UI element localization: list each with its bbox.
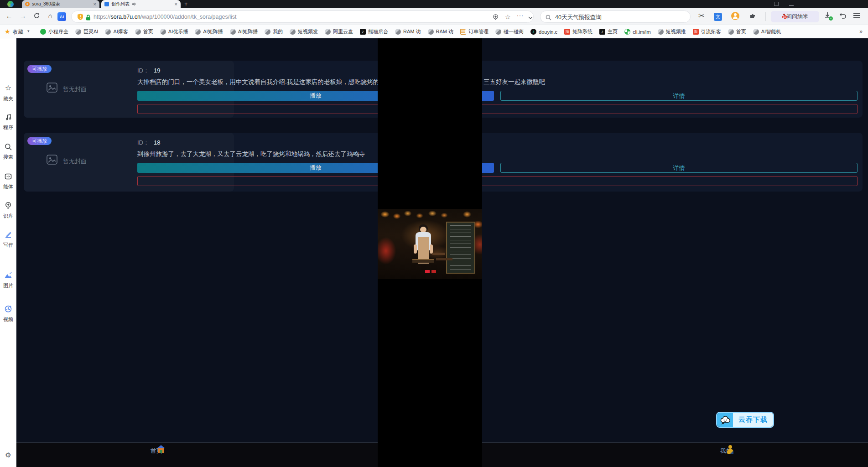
undo-icon[interactable]: [838, 12, 847, 21]
detail-button[interactable]: 详情: [500, 163, 858, 173]
item-description: 到徐州旅游了，去了大龙湖，又去了云龙湖，吃了烧烤和地锅鸡，然后还去了鸡鸣寺: [137, 150, 365, 158]
globe-favicon: [160, 29, 166, 35]
bookmark-item[interactable]: 首页: [135, 28, 153, 35]
video-player-overlay[interactable]: [378, 38, 482, 467]
tab-title: sora_360搜索: [32, 1, 60, 7]
sidebar-item-favorites[interactable]: ☆ 藏夹: [0, 84, 16, 102]
globe-favicon: [105, 29, 111, 35]
translate-icon[interactable]: 文: [713, 12, 722, 21]
bookmark-item[interactable]: ♪熊猫后台: [360, 28, 388, 35]
bookmark-item[interactable]: ♪主页: [599, 28, 618, 35]
screenshot-scissors-icon[interactable]: ✂: [697, 11, 706, 20]
cloud-download-button[interactable]: 云吞下载: [716, 412, 774, 428]
browser-toolbar: ← → ⌂ AI https://sora.b7u.cn/wap/100000/…: [0, 8, 868, 25]
bookmark-item[interactable]: 首页: [728, 28, 746, 35]
item-id: ID：19: [137, 67, 160, 75]
close-icon[interactable]: ×: [94, 1, 96, 7]
sidebar-item-ai-image[interactable]: 图片: [0, 272, 16, 289]
sidebar-item-ai-writing[interactable]: 写作: [0, 231, 16, 249]
globe-favicon: [395, 29, 401, 35]
bookmark-item[interactable]: ♪douyin.c: [530, 29, 557, 35]
ai-assistant-icon[interactable]: AI: [57, 12, 66, 21]
favorites-star-icon[interactable]: ★: [5, 28, 10, 35]
user-avatar-icon[interactable]: [731, 12, 740, 21]
globe-favicon: [195, 29, 201, 35]
nav-tab-mine[interactable]: 我的: [710, 445, 743, 455]
taobao-favicon: 淘: [693, 29, 699, 35]
globe-favicon: [428, 29, 434, 35]
globe-favicon: [290, 29, 296, 35]
bookmark-item[interactable]: 短视频推: [658, 28, 686, 35]
bookmark-item[interactable]: AI智能机: [753, 28, 781, 35]
no-image-icon: [47, 83, 57, 94]
home-icon[interactable]: ⌂: [46, 12, 55, 20]
bookmark-item[interactable]: AI矩阵播: [230, 28, 258, 35]
nami-assistant-chip[interactable]: 问问纳米: [771, 11, 819, 22]
extensions-puzzle-icon[interactable]: [748, 12, 757, 21]
bookmark-item[interactable]: 订单管理: [460, 28, 489, 35]
creation-tab-favicon: [104, 2, 109, 6]
no-cover-label: 暂无封面: [63, 85, 87, 93]
bookmark-item[interactable]: 巨灵AI: [75, 28, 98, 35]
sidebar-item-knowledge[interactable]: 识库: [0, 202, 16, 219]
search-icon: [0, 143, 16, 150]
bookmark-item[interactable]: 阿里云盘: [325, 28, 353, 35]
chevron-down-icon[interactable]: [528, 14, 533, 22]
douyin-favicon: ♪: [360, 29, 366, 35]
playable-badge: 可播放: [27, 65, 52, 73]
reader-lamp-icon[interactable]: [492, 14, 499, 22]
sidebar-item-search[interactable]: 搜索: [0, 143, 16, 161]
sidebar-item-miniprogram[interactable]: 程序: [0, 114, 16, 131]
bookmark-item[interactable]: AI矩阵播: [195, 28, 223, 35]
mountain-image-icon: [0, 272, 16, 279]
favorites-caret-icon[interactable]: ▾: [27, 29, 30, 33]
download-manager-icon[interactable]: v: [823, 12, 832, 21]
shield-icon[interactable]: [77, 13, 83, 22]
browser-logo-icon[interactable]: [7, 1, 14, 7]
close-icon[interactable]: ×: [175, 1, 177, 7]
shop-owner-figure: [413, 224, 433, 279]
video-frame[interactable]: [378, 209, 482, 279]
delete-button[interactable]: [137, 104, 858, 114]
globe-favicon: [265, 29, 270, 35]
settings-gear-icon[interactable]: ⚙: [0, 451, 16, 459]
bookmark-item[interactable]: AI优乐播: [160, 28, 188, 35]
tab-creation-list[interactable]: 创作列表 ×: [101, 0, 181, 8]
address-bar[interactable]: https://sora.b7u.cn/wap/100000/addon/tk_…: [71, 10, 534, 23]
refresh-icon[interactable]: [32, 12, 41, 21]
window-restore-icon[interactable]: [774, 2, 779, 6]
bookmark-star-icon[interactable]: ☆: [505, 13, 511, 21]
url-text[interactable]: https://sora.b7u.cn/wap/100000/addon/tk_…: [94, 14, 236, 20]
toolbar-divider: [765, 12, 766, 21]
order-doc-favicon: [460, 29, 466, 35]
star-icon: ☆: [0, 84, 16, 92]
bookmark-item[interactable]: 我的: [265, 28, 283, 35]
bookmark-item[interactable]: cli.im/im: [624, 29, 651, 35]
sidebar-item-agent[interactable]: 能体: [0, 173, 16, 190]
more-actions-icon[interactable]: ···: [517, 12, 524, 19]
delete-button[interactable]: [137, 176, 858, 186]
bookmark-item[interactable]: 碰一碰商: [495, 28, 524, 35]
favorites-label[interactable]: 收藏: [13, 29, 23, 36]
browser-side-panel: ☆ 藏夹 程序 搜索 能体 识库: [0, 38, 16, 467]
quick-search-box[interactable]: 40天天气预报查询: [540, 10, 691, 23]
menu-icon[interactable]: [852, 12, 861, 20]
forward-icon[interactable]: →: [18, 12, 27, 20]
window-minimize-icon[interactable]: [789, 2, 794, 6]
back-icon[interactable]: ←: [5, 12, 14, 20]
bookmark-item[interactable]: RAM 访: [395, 28, 421, 35]
tab-sora-search[interactable]: sora_360搜索 ×: [22, 0, 99, 8]
bookmark-item[interactable]: AI爆客: [105, 28, 128, 35]
search-query-text[interactable]: 40天天气预报查询: [555, 14, 601, 21]
sidebar-item-ai-video[interactable]: 视频: [0, 305, 16, 323]
bookmark-item[interactable]: 短视频发: [290, 28, 318, 35]
bookmark-item[interactable]: RAM 访: [428, 28, 454, 35]
bookmark-item[interactable]: 小程序全: [40, 28, 68, 35]
bookmark-item[interactable]: 淘矩阵系统: [564, 28, 593, 35]
nav-tab-home[interactable]: 首页: [140, 445, 173, 455]
bookmark-item[interactable]: 淘引流拓客: [693, 28, 721, 35]
new-tab-button[interactable]: +: [184, 0, 188, 7]
bookmarks-overflow-icon[interactable]: »: [859, 28, 863, 35]
detail-button[interactable]: 详情: [500, 91, 858, 101]
audio-playing-icon[interactable]: [132, 2, 136, 6]
